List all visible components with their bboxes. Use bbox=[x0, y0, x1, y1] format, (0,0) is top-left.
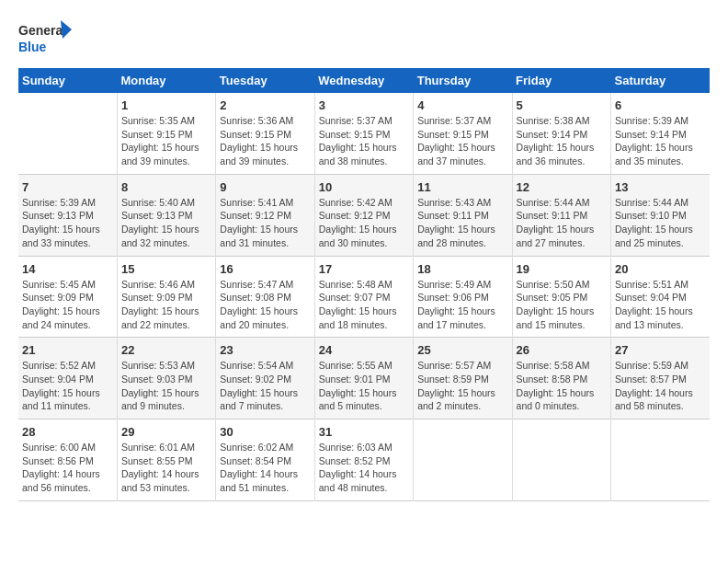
week-row-5: 28Sunrise: 6:00 AM Sunset: 8:56 PM Dayli… bbox=[18, 419, 710, 501]
day-cell bbox=[512, 419, 610, 501]
day-number: 20 bbox=[615, 262, 706, 276]
day-number: 2 bbox=[220, 98, 310, 112]
day-number: 15 bbox=[121, 262, 211, 276]
day-number: 31 bbox=[319, 425, 409, 439]
day-content: Sunrise: 5:39 AM Sunset: 9:13 PM Dayligh… bbox=[22, 196, 113, 250]
day-cell: 22Sunrise: 5:53 AM Sunset: 9:03 PM Dayli… bbox=[117, 338, 215, 419]
logo-svg: GeneralBlue bbox=[18, 18, 74, 59]
day-cell: 29Sunrise: 6:01 AM Sunset: 8:55 PM Dayli… bbox=[117, 419, 215, 501]
day-content: Sunrise: 5:47 AM Sunset: 9:08 PM Dayligh… bbox=[220, 278, 310, 332]
day-cell: 21Sunrise: 5:52 AM Sunset: 9:04 PM Dayli… bbox=[18, 338, 117, 419]
day-content: Sunrise: 5:38 AM Sunset: 9:14 PM Dayligh… bbox=[517, 114, 607, 168]
week-row-4: 21Sunrise: 5:52 AM Sunset: 9:04 PM Dayli… bbox=[18, 338, 710, 419]
day-number: 6 bbox=[615, 98, 706, 112]
day-content: Sunrise: 5:57 AM Sunset: 8:59 PM Dayligh… bbox=[417, 359, 507, 413]
day-content: Sunrise: 5:41 AM Sunset: 9:12 PM Dayligh… bbox=[220, 196, 310, 250]
day-cell: 17Sunrise: 5:48 AM Sunset: 9:07 PM Dayli… bbox=[314, 256, 413, 338]
day-content: Sunrise: 5:37 AM Sunset: 9:15 PM Dayligh… bbox=[417, 114, 507, 168]
calendar-header: SundayMondayTuesdayWednesdayThursdayFrid… bbox=[18, 68, 710, 93]
day-cell: 14Sunrise: 5:45 AM Sunset: 9:09 PM Dayli… bbox=[18, 256, 117, 338]
day-cell: 13Sunrise: 5:44 AM Sunset: 9:10 PM Dayli… bbox=[611, 174, 710, 256]
day-number: 19 bbox=[517, 262, 607, 276]
day-content: Sunrise: 5:44 AM Sunset: 9:11 PM Dayligh… bbox=[517, 196, 607, 250]
day-content: Sunrise: 5:51 AM Sunset: 9:04 PM Dayligh… bbox=[615, 278, 706, 332]
calendar-body: 1Sunrise: 5:35 AM Sunset: 9:15 PM Daylig… bbox=[18, 93, 710, 500]
day-number: 22 bbox=[121, 343, 211, 357]
day-cell: 19Sunrise: 5:50 AM Sunset: 9:05 PM Dayli… bbox=[512, 256, 610, 338]
day-content: Sunrise: 6:02 AM Sunset: 8:54 PM Dayligh… bbox=[220, 441, 310, 495]
day-cell: 15Sunrise: 5:46 AM Sunset: 9:09 PM Dayli… bbox=[117, 256, 215, 338]
day-cell: 2Sunrise: 5:36 AM Sunset: 9:15 PM Daylig… bbox=[216, 93, 314, 174]
svg-text:Blue: Blue bbox=[18, 40, 47, 54]
day-cell: 28Sunrise: 6:00 AM Sunset: 8:56 PM Dayli… bbox=[18, 419, 117, 501]
page-header: GeneralBlue bbox=[18, 18, 710, 59]
day-number: 10 bbox=[319, 180, 409, 194]
day-content: Sunrise: 5:44 AM Sunset: 9:10 PM Dayligh… bbox=[615, 196, 706, 250]
day-number: 14 bbox=[22, 262, 113, 276]
day-cell: 8Sunrise: 5:40 AM Sunset: 9:13 PM Daylig… bbox=[117, 174, 215, 256]
day-number: 8 bbox=[121, 180, 211, 194]
day-content: Sunrise: 5:45 AM Sunset: 9:09 PM Dayligh… bbox=[22, 278, 113, 332]
header-cell-wednesday: Wednesday bbox=[314, 68, 413, 93]
day-content: Sunrise: 5:53 AM Sunset: 9:03 PM Dayligh… bbox=[121, 359, 211, 413]
day-cell: 27Sunrise: 5:59 AM Sunset: 8:57 PM Dayli… bbox=[611, 338, 710, 419]
day-number: 12 bbox=[517, 180, 607, 194]
day-content: Sunrise: 6:03 AM Sunset: 8:52 PM Dayligh… bbox=[319, 441, 409, 495]
day-content: Sunrise: 5:39 AM Sunset: 9:14 PM Dayligh… bbox=[615, 114, 706, 168]
day-content: Sunrise: 5:42 AM Sunset: 9:12 PM Dayligh… bbox=[319, 196, 409, 250]
day-cell bbox=[414, 419, 512, 501]
header-cell-sunday: Sunday bbox=[18, 68, 117, 93]
day-cell: 11Sunrise: 5:43 AM Sunset: 9:11 PM Dayli… bbox=[414, 174, 512, 256]
day-cell: 26Sunrise: 5:58 AM Sunset: 8:58 PM Dayli… bbox=[512, 338, 610, 419]
day-content: Sunrise: 6:00 AM Sunset: 8:56 PM Dayligh… bbox=[22, 441, 113, 495]
day-content: Sunrise: 5:48 AM Sunset: 9:07 PM Dayligh… bbox=[319, 278, 409, 332]
day-cell: 12Sunrise: 5:44 AM Sunset: 9:11 PM Dayli… bbox=[512, 174, 610, 256]
day-cell: 4Sunrise: 5:37 AM Sunset: 9:15 PM Daylig… bbox=[414, 93, 512, 174]
day-content: Sunrise: 5:40 AM Sunset: 9:13 PM Dayligh… bbox=[121, 196, 211, 250]
day-cell: 30Sunrise: 6:02 AM Sunset: 8:54 PM Dayli… bbox=[216, 419, 314, 501]
day-cell: 6Sunrise: 5:39 AM Sunset: 9:14 PM Daylig… bbox=[611, 93, 710, 174]
day-content: Sunrise: 5:49 AM Sunset: 9:06 PM Dayligh… bbox=[417, 278, 507, 332]
day-content: Sunrise: 5:55 AM Sunset: 9:01 PM Dayligh… bbox=[319, 359, 409, 413]
day-content: Sunrise: 5:46 AM Sunset: 9:09 PM Dayligh… bbox=[121, 278, 211, 332]
day-content: Sunrise: 6:01 AM Sunset: 8:55 PM Dayligh… bbox=[121, 441, 211, 495]
day-number: 24 bbox=[319, 343, 409, 357]
day-number: 17 bbox=[319, 262, 409, 276]
day-content: Sunrise: 5:58 AM Sunset: 8:58 PM Dayligh… bbox=[517, 359, 607, 413]
day-cell: 25Sunrise: 5:57 AM Sunset: 8:59 PM Dayli… bbox=[414, 338, 512, 419]
day-cell: 9Sunrise: 5:41 AM Sunset: 9:12 PM Daylig… bbox=[216, 174, 314, 256]
day-number: 11 bbox=[417, 180, 507, 194]
calendar-table: SundayMondayTuesdayWednesdayThursdayFrid… bbox=[18, 68, 710, 501]
day-cell: 7Sunrise: 5:39 AM Sunset: 9:13 PM Daylig… bbox=[18, 174, 117, 256]
day-number: 29 bbox=[121, 425, 211, 439]
day-number: 21 bbox=[22, 343, 113, 357]
day-number: 5 bbox=[517, 98, 607, 112]
day-cell: 16Sunrise: 5:47 AM Sunset: 9:08 PM Dayli… bbox=[216, 256, 314, 338]
day-content: Sunrise: 5:59 AM Sunset: 8:57 PM Dayligh… bbox=[615, 359, 706, 413]
svg-text:General: General bbox=[18, 23, 66, 38]
day-number: 13 bbox=[615, 180, 706, 194]
day-number: 4 bbox=[417, 98, 507, 112]
day-cell: 20Sunrise: 5:51 AM Sunset: 9:04 PM Dayli… bbox=[611, 256, 710, 338]
day-cell: 31Sunrise: 6:03 AM Sunset: 8:52 PM Dayli… bbox=[314, 419, 413, 501]
day-number: 18 bbox=[417, 262, 507, 276]
header-cell-tuesday: Tuesday bbox=[216, 68, 314, 93]
day-number: 27 bbox=[615, 343, 706, 357]
day-cell: 5Sunrise: 5:38 AM Sunset: 9:14 PM Daylig… bbox=[512, 93, 610, 174]
day-number: 28 bbox=[22, 425, 113, 439]
day-cell: 23Sunrise: 5:54 AM Sunset: 9:02 PM Dayli… bbox=[216, 338, 314, 419]
logo: GeneralBlue bbox=[18, 18, 74, 59]
day-number: 7 bbox=[22, 180, 113, 194]
header-cell-saturday: Saturday bbox=[611, 68, 710, 93]
header-row: SundayMondayTuesdayWednesdayThursdayFrid… bbox=[18, 68, 710, 93]
header-cell-monday: Monday bbox=[117, 68, 215, 93]
week-row-3: 14Sunrise: 5:45 AM Sunset: 9:09 PM Dayli… bbox=[18, 256, 710, 338]
day-cell: 1Sunrise: 5:35 AM Sunset: 9:15 PM Daylig… bbox=[117, 93, 215, 174]
day-cell: 10Sunrise: 5:42 AM Sunset: 9:12 PM Dayli… bbox=[314, 174, 413, 256]
day-cell bbox=[611, 419, 710, 501]
day-number: 23 bbox=[220, 343, 310, 357]
day-content: Sunrise: 5:52 AM Sunset: 9:04 PM Dayligh… bbox=[22, 359, 113, 413]
header-cell-thursday: Thursday bbox=[414, 68, 512, 93]
day-cell: 3Sunrise: 5:37 AM Sunset: 9:15 PM Daylig… bbox=[314, 93, 413, 174]
day-cell bbox=[18, 93, 117, 174]
